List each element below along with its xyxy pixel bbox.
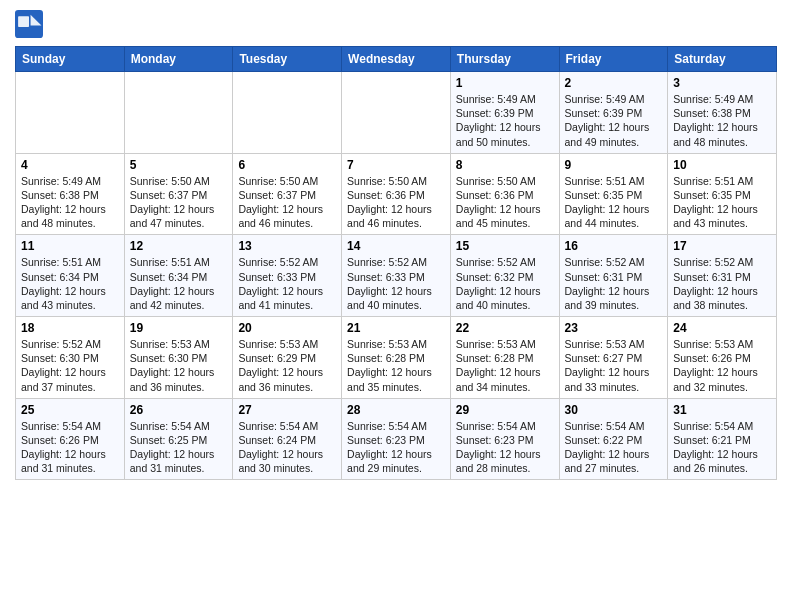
day-cell: 13Sunrise: 5:52 AM Sunset: 6:33 PM Dayli… — [233, 235, 342, 317]
day-cell: 30Sunrise: 5:54 AM Sunset: 6:22 PM Dayli… — [559, 398, 668, 480]
day-content: Sunrise: 5:50 AM Sunset: 6:36 PM Dayligh… — [347, 174, 445, 231]
week-row-1: 1Sunrise: 5:49 AM Sunset: 6:39 PM Daylig… — [16, 72, 777, 154]
week-row-3: 11Sunrise: 5:51 AM Sunset: 6:34 PM Dayli… — [16, 235, 777, 317]
day-content: Sunrise: 5:54 AM Sunset: 6:23 PM Dayligh… — [456, 419, 554, 476]
header-cell-friday: Friday — [559, 47, 668, 72]
day-content: Sunrise: 5:51 AM Sunset: 6:34 PM Dayligh… — [21, 255, 119, 312]
day-content: Sunrise: 5:53 AM Sunset: 6:27 PM Dayligh… — [565, 337, 663, 394]
day-number: 1 — [456, 76, 554, 90]
day-number: 24 — [673, 321, 771, 335]
day-number: 15 — [456, 239, 554, 253]
day-number: 3 — [673, 76, 771, 90]
day-number: 18 — [21, 321, 119, 335]
calendar-header: SundayMondayTuesdayWednesdayThursdayFrid… — [16, 47, 777, 72]
day-number: 4 — [21, 158, 119, 172]
calendar-body: 1Sunrise: 5:49 AM Sunset: 6:39 PM Daylig… — [16, 72, 777, 480]
header-cell-sunday: Sunday — [16, 47, 125, 72]
day-number: 7 — [347, 158, 445, 172]
day-content: Sunrise: 5:52 AM Sunset: 6:33 PM Dayligh… — [347, 255, 445, 312]
day-cell — [16, 72, 125, 154]
day-number: 9 — [565, 158, 663, 172]
day-cell: 15Sunrise: 5:52 AM Sunset: 6:32 PM Dayli… — [450, 235, 559, 317]
day-cell: 8Sunrise: 5:50 AM Sunset: 6:36 PM Daylig… — [450, 153, 559, 235]
day-cell: 24Sunrise: 5:53 AM Sunset: 6:26 PM Dayli… — [668, 317, 777, 399]
day-cell: 21Sunrise: 5:53 AM Sunset: 6:28 PM Dayli… — [342, 317, 451, 399]
day-content: Sunrise: 5:54 AM Sunset: 6:24 PM Dayligh… — [238, 419, 336, 476]
day-content: Sunrise: 5:53 AM Sunset: 6:26 PM Dayligh… — [673, 337, 771, 394]
calendar-table: SundayMondayTuesdayWednesdayThursdayFrid… — [15, 46, 777, 480]
day-number: 16 — [565, 239, 663, 253]
day-content: Sunrise: 5:52 AM Sunset: 6:31 PM Dayligh… — [673, 255, 771, 312]
svg-rect-2 — [18, 16, 29, 27]
day-number: 11 — [21, 239, 119, 253]
day-cell: 22Sunrise: 5:53 AM Sunset: 6:28 PM Dayli… — [450, 317, 559, 399]
day-number: 19 — [130, 321, 228, 335]
day-cell: 11Sunrise: 5:51 AM Sunset: 6:34 PM Dayli… — [16, 235, 125, 317]
week-row-5: 25Sunrise: 5:54 AM Sunset: 6:26 PM Dayli… — [16, 398, 777, 480]
day-content: Sunrise: 5:54 AM Sunset: 6:23 PM Dayligh… — [347, 419, 445, 476]
day-number: 22 — [456, 321, 554, 335]
day-content: Sunrise: 5:54 AM Sunset: 6:22 PM Dayligh… — [565, 419, 663, 476]
day-content: Sunrise: 5:49 AM Sunset: 6:39 PM Dayligh… — [456, 92, 554, 149]
day-content: Sunrise: 5:52 AM Sunset: 6:32 PM Dayligh… — [456, 255, 554, 312]
day-content: Sunrise: 5:50 AM Sunset: 6:37 PM Dayligh… — [238, 174, 336, 231]
day-cell: 20Sunrise: 5:53 AM Sunset: 6:29 PM Dayli… — [233, 317, 342, 399]
header-cell-saturday: Saturday — [668, 47, 777, 72]
day-cell — [233, 72, 342, 154]
day-number: 6 — [238, 158, 336, 172]
header-cell-monday: Monday — [124, 47, 233, 72]
day-content: Sunrise: 5:49 AM Sunset: 6:38 PM Dayligh… — [21, 174, 119, 231]
day-content: Sunrise: 5:54 AM Sunset: 6:26 PM Dayligh… — [21, 419, 119, 476]
day-number: 12 — [130, 239, 228, 253]
day-cell: 17Sunrise: 5:52 AM Sunset: 6:31 PM Dayli… — [668, 235, 777, 317]
day-content: Sunrise: 5:53 AM Sunset: 6:30 PM Dayligh… — [130, 337, 228, 394]
day-content: Sunrise: 5:52 AM Sunset: 6:33 PM Dayligh… — [238, 255, 336, 312]
day-content: Sunrise: 5:49 AM Sunset: 6:39 PM Dayligh… — [565, 92, 663, 149]
day-cell: 5Sunrise: 5:50 AM Sunset: 6:37 PM Daylig… — [124, 153, 233, 235]
day-number: 27 — [238, 403, 336, 417]
header-cell-wednesday: Wednesday — [342, 47, 451, 72]
logo-icon — [15, 10, 43, 38]
week-row-2: 4Sunrise: 5:49 AM Sunset: 6:38 PM Daylig… — [16, 153, 777, 235]
day-cell: 18Sunrise: 5:52 AM Sunset: 6:30 PM Dayli… — [16, 317, 125, 399]
day-cell: 23Sunrise: 5:53 AM Sunset: 6:27 PM Dayli… — [559, 317, 668, 399]
day-content: Sunrise: 5:50 AM Sunset: 6:36 PM Dayligh… — [456, 174, 554, 231]
day-number: 8 — [456, 158, 554, 172]
day-content: Sunrise: 5:49 AM Sunset: 6:38 PM Dayligh… — [673, 92, 771, 149]
day-cell: 27Sunrise: 5:54 AM Sunset: 6:24 PM Dayli… — [233, 398, 342, 480]
day-cell: 31Sunrise: 5:54 AM Sunset: 6:21 PM Dayli… — [668, 398, 777, 480]
day-number: 28 — [347, 403, 445, 417]
day-content: Sunrise: 5:51 AM Sunset: 6:35 PM Dayligh… — [673, 174, 771, 231]
day-number: 29 — [456, 403, 554, 417]
day-content: Sunrise: 5:54 AM Sunset: 6:25 PM Dayligh… — [130, 419, 228, 476]
day-number: 14 — [347, 239, 445, 253]
day-cell: 9Sunrise: 5:51 AM Sunset: 6:35 PM Daylig… — [559, 153, 668, 235]
day-number: 17 — [673, 239, 771, 253]
day-cell: 14Sunrise: 5:52 AM Sunset: 6:33 PM Dayli… — [342, 235, 451, 317]
day-number: 23 — [565, 321, 663, 335]
logo — [15, 10, 47, 38]
header-row: SundayMondayTuesdayWednesdayThursdayFrid… — [16, 47, 777, 72]
day-number: 21 — [347, 321, 445, 335]
header — [15, 10, 777, 38]
day-content: Sunrise: 5:54 AM Sunset: 6:21 PM Dayligh… — [673, 419, 771, 476]
day-cell: 29Sunrise: 5:54 AM Sunset: 6:23 PM Dayli… — [450, 398, 559, 480]
day-number: 13 — [238, 239, 336, 253]
day-content: Sunrise: 5:51 AM Sunset: 6:34 PM Dayligh… — [130, 255, 228, 312]
day-number: 25 — [21, 403, 119, 417]
day-number: 31 — [673, 403, 771, 417]
day-cell: 12Sunrise: 5:51 AM Sunset: 6:34 PM Dayli… — [124, 235, 233, 317]
day-cell: 1Sunrise: 5:49 AM Sunset: 6:39 PM Daylig… — [450, 72, 559, 154]
day-cell: 19Sunrise: 5:53 AM Sunset: 6:30 PM Dayli… — [124, 317, 233, 399]
day-content: Sunrise: 5:50 AM Sunset: 6:37 PM Dayligh… — [130, 174, 228, 231]
day-cell — [124, 72, 233, 154]
day-number: 26 — [130, 403, 228, 417]
day-cell: 16Sunrise: 5:52 AM Sunset: 6:31 PM Dayli… — [559, 235, 668, 317]
day-content: Sunrise: 5:51 AM Sunset: 6:35 PM Dayligh… — [565, 174, 663, 231]
day-content: Sunrise: 5:53 AM Sunset: 6:28 PM Dayligh… — [347, 337, 445, 394]
day-cell: 4Sunrise: 5:49 AM Sunset: 6:38 PM Daylig… — [16, 153, 125, 235]
day-cell — [342, 72, 451, 154]
day-cell: 10Sunrise: 5:51 AM Sunset: 6:35 PM Dayli… — [668, 153, 777, 235]
day-content: Sunrise: 5:53 AM Sunset: 6:28 PM Dayligh… — [456, 337, 554, 394]
week-row-4: 18Sunrise: 5:52 AM Sunset: 6:30 PM Dayli… — [16, 317, 777, 399]
